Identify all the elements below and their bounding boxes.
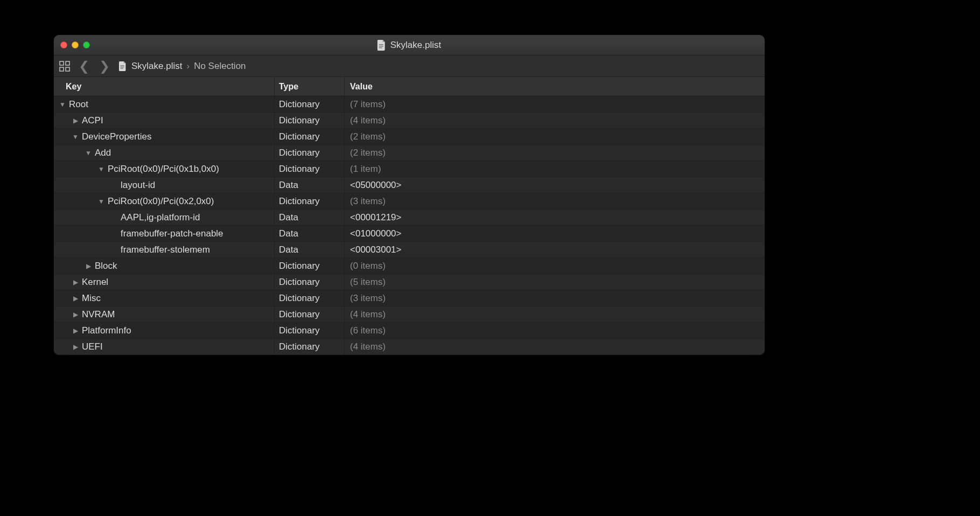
row-key[interactable]: AAPL,ig-platform-id bbox=[121, 212, 200, 223]
nav-back-button[interactable]: ❮ bbox=[78, 60, 90, 73]
table-row[interactable]: framebuffer-patch-enableData<01000000> bbox=[54, 226, 765, 242]
traffic-lights bbox=[60, 41, 90, 48]
row-type[interactable]: Dictionary bbox=[279, 261, 320, 271]
column-header-row: Key Type Value bbox=[54, 77, 765, 96]
row-value[interactable]: <00001219> bbox=[350, 212, 402, 223]
row-key[interactable]: NVRAM bbox=[82, 309, 115, 320]
table-row[interactable]: ▶BlockDictionary(0 items) bbox=[54, 258, 765, 274]
related-items-icon[interactable] bbox=[59, 61, 70, 72]
row-type[interactable]: Dictionary bbox=[279, 309, 320, 320]
disclosure-open-icon[interactable]: ▼ bbox=[85, 149, 92, 157]
row-type[interactable]: Dictionary bbox=[279, 148, 320, 158]
nav-forward-button[interactable]: ❯ bbox=[98, 60, 111, 73]
window-title: Skylake.plist bbox=[377, 40, 441, 51]
row-type[interactable]: Dictionary bbox=[279, 115, 320, 126]
svg-rect-2 bbox=[379, 47, 382, 48]
table-row[interactable]: ▼PciRoot(0x0)/Pci(0x2,0x0)Dictionary(3 i… bbox=[54, 193, 765, 210]
row-value[interactable]: (4 items) bbox=[350, 341, 386, 352]
table-row[interactable]: ▼DevicePropertiesDictionary(2 items) bbox=[54, 129, 765, 145]
close-button[interactable] bbox=[60, 41, 67, 48]
table-row[interactable]: ▶NVRAMDictionary(4 items) bbox=[54, 306, 765, 323]
minimize-button[interactable] bbox=[72, 41, 79, 48]
column-header-value[interactable]: Value bbox=[345, 77, 765, 96]
row-key[interactable]: Block bbox=[95, 261, 117, 271]
table-row[interactable]: ▼PciRoot(0x0)/Pci(0x1b,0x0)Dictionary(1 … bbox=[54, 161, 765, 177]
row-key[interactable]: framebuffer-stolemem bbox=[121, 245, 210, 255]
titlebar[interactable]: Skylake.plist bbox=[54, 35, 765, 55]
row-value[interactable]: (2 items) bbox=[350, 131, 386, 142]
table-row[interactable]: ▶ACPIDictionary(4 items) bbox=[54, 113, 765, 129]
svg-rect-6 bbox=[66, 67, 69, 71]
row-type[interactable]: Dictionary bbox=[279, 277, 320, 288]
table-row[interactable]: ▼AddDictionary(2 items) bbox=[54, 145, 765, 161]
column-header-key[interactable]: Key bbox=[54, 77, 275, 96]
table-row[interactable]: ▼RootDictionary(7 items) bbox=[54, 96, 765, 113]
disclosure-closed-icon[interactable]: ▶ bbox=[72, 311, 79, 318]
table-row[interactable]: ▶MiscDictionary(3 items) bbox=[54, 290, 765, 306]
table-row[interactable]: layout-idData<05000000> bbox=[54, 177, 765, 193]
row-key[interactable]: ACPI bbox=[82, 115, 103, 126]
row-key[interactable]: DeviceProperties bbox=[82, 131, 151, 142]
table-row[interactable]: ▶KernelDictionary(5 items) bbox=[54, 274, 765, 290]
row-key[interactable]: Root bbox=[69, 99, 88, 110]
row-value[interactable]: (2 items) bbox=[350, 148, 386, 158]
row-key[interactable]: PciRoot(0x0)/Pci(0x2,0x0) bbox=[108, 196, 214, 207]
row-key[interactable]: framebuffer-patch-enable bbox=[121, 228, 223, 239]
row-key[interactable]: UEFI bbox=[82, 341, 103, 352]
disclosure-closed-icon[interactable]: ▶ bbox=[72, 278, 79, 286]
row-value[interactable]: <05000000> bbox=[350, 180, 402, 191]
breadcrumb-file[interactable]: Skylake.plist bbox=[131, 61, 182, 72]
table-row[interactable]: AAPL,ig-platform-idData<00001219> bbox=[54, 210, 765, 226]
row-type[interactable]: Data bbox=[279, 180, 298, 191]
zoom-button[interactable] bbox=[83, 41, 90, 48]
row-value[interactable]: (3 items) bbox=[350, 293, 386, 304]
row-type[interactable]: Data bbox=[279, 212, 298, 223]
row-value[interactable]: (7 items) bbox=[350, 99, 386, 110]
row-value[interactable]: (5 items) bbox=[350, 277, 386, 288]
row-key[interactable]: layout-id bbox=[121, 180, 155, 191]
row-key[interactable]: Kernel bbox=[82, 277, 108, 288]
row-type[interactable]: Dictionary bbox=[279, 293, 320, 304]
row-value[interactable]: <01000000> bbox=[350, 228, 402, 239]
breadcrumb-selection[interactable]: No Selection bbox=[194, 61, 246, 72]
plist-rows: ▼RootDictionary(7 items)▶ACPIDictionary(… bbox=[54, 96, 765, 355]
row-type[interactable]: Dictionary bbox=[279, 325, 320, 336]
disclosure-open-icon[interactable]: ▼ bbox=[98, 165, 104, 173]
row-key[interactable]: Add bbox=[95, 148, 111, 158]
row-key[interactable]: PlatformInfo bbox=[82, 325, 131, 336]
row-type[interactable]: Dictionary bbox=[279, 99, 320, 110]
row-type[interactable]: Data bbox=[279, 228, 298, 239]
row-type[interactable]: Dictionary bbox=[279, 341, 320, 352]
table-row[interactable]: framebuffer-stolememData<00003001> bbox=[54, 242, 765, 258]
chevron-right-icon: › bbox=[186, 61, 190, 72]
disclosure-closed-icon[interactable]: ▶ bbox=[85, 262, 92, 270]
disclosure-open-icon[interactable]: ▼ bbox=[72, 133, 79, 141]
row-value[interactable]: <00003001> bbox=[350, 245, 402, 255]
disclosure-open-icon[interactable]: ▼ bbox=[59, 101, 66, 108]
row-value[interactable]: (3 items) bbox=[350, 196, 386, 207]
disclosure-closed-icon[interactable]: ▶ bbox=[72, 117, 79, 124]
row-value[interactable]: (0 items) bbox=[350, 261, 386, 271]
row-value[interactable]: (4 items) bbox=[350, 309, 386, 320]
column-header-type[interactable]: Type bbox=[275, 77, 345, 96]
row-type[interactable]: Dictionary bbox=[279, 131, 320, 142]
svg-rect-5 bbox=[60, 67, 64, 71]
row-type[interactable]: Data bbox=[279, 245, 298, 255]
svg-rect-4 bbox=[66, 61, 69, 65]
row-key[interactable]: Misc bbox=[82, 293, 101, 304]
breadcrumb: Skylake.plist › No Selection bbox=[118, 61, 246, 72]
disclosure-closed-icon[interactable]: ▶ bbox=[72, 295, 79, 302]
row-value[interactable]: (4 items) bbox=[350, 115, 386, 126]
row-value[interactable]: (6 items) bbox=[350, 325, 386, 336]
row-value[interactable]: (1 item) bbox=[350, 164, 381, 175]
row-key[interactable]: PciRoot(0x0)/Pci(0x1b,0x0) bbox=[108, 164, 219, 175]
table-row[interactable]: ▶PlatformInfoDictionary(6 items) bbox=[54, 323, 765, 339]
disclosure-closed-icon[interactable]: ▶ bbox=[72, 343, 79, 351]
table-row[interactable]: ▶UEFIDictionary(4 items) bbox=[54, 339, 765, 355]
disclosure-open-icon[interactable]: ▼ bbox=[98, 198, 104, 205]
window-title-text: Skylake.plist bbox=[390, 40, 441, 51]
svg-rect-0 bbox=[379, 44, 383, 45]
disclosure-closed-icon[interactable]: ▶ bbox=[72, 327, 79, 334]
row-type[interactable]: Dictionary bbox=[279, 164, 320, 175]
row-type[interactable]: Dictionary bbox=[279, 196, 320, 207]
